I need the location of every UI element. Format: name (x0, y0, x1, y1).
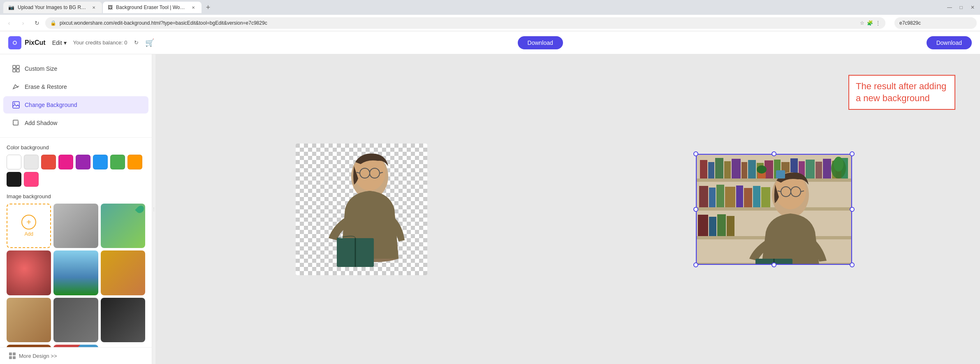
edit-menu-button[interactable]: Edit ▾ (52, 39, 67, 46)
svg-rect-6 (16, 69, 19, 72)
credits-balance: Your credits balance: 0 (73, 39, 127, 46)
more-icon[interactable]: ⋮ (876, 20, 880, 26)
close-button[interactable]: ✕ (968, 5, 977, 10)
address-bar[interactable]: 🔒 pixcut.wondershare.com/edit-background… (45, 17, 885, 29)
sidebar-item-erase-restore[interactable]: Erase & Restore (3, 78, 148, 95)
bg-thumbnail-3[interactable] (7, 250, 51, 295)
erase-restore-label: Erase & Restore (25, 83, 67, 90)
add-background-button[interactable]: + Add (7, 204, 51, 248)
bg-thumbnail-1[interactable] (53, 204, 98, 248)
svg-rect-35 (715, 158, 723, 179)
svg-rect-3 (13, 65, 16, 68)
bg-thumb-img-7 (53, 298, 98, 342)
color-swatch-green[interactable] (110, 155, 125, 169)
color-swatch-purple[interactable] (76, 155, 90, 169)
bg-thumbnail-5[interactable] (101, 250, 145, 295)
color-swatch-hot-pink[interactable] (24, 172, 39, 187)
reload-button[interactable]: ↻ (31, 17, 43, 29)
extensions-icon[interactable]: 🧩 (867, 20, 873, 26)
bg-thumb-img-4 (53, 250, 98, 295)
svg-rect-37 (732, 159, 741, 179)
tab-bar: 📷 Upload Your Images to BG Rem... ✕ 🖼 Ba… (0, 0, 980, 15)
color-swatch-light-gray[interactable] (24, 155, 39, 169)
window-controls: — □ ✕ (945, 5, 977, 10)
forward-button[interactable]: › (17, 17, 29, 29)
more-design-button[interactable]: More Design >> (0, 347, 152, 364)
change-bg-label: Change Background (25, 102, 77, 108)
svg-rect-33 (700, 160, 707, 179)
svg-rect-46 (806, 160, 815, 179)
bg-thumbnail-2[interactable] (101, 204, 145, 248)
more-design-label: More Design >> (19, 353, 57, 359)
color-swatch-orange[interactable] (127, 155, 142, 169)
result-image-svg (696, 154, 852, 265)
main-area: Custom Size Erase & Restore (0, 54, 980, 364)
svg-point-8 (14, 102, 15, 104)
selection-handle-ml[interactable] (693, 207, 698, 212)
result-image-canvas[interactable] (696, 154, 852, 265)
image-bg-grid: + Add (7, 204, 145, 347)
bg-thumbnail-4[interactable] (53, 250, 98, 295)
tab-1-favicon: 📷 (8, 5, 14, 10)
download-button-header-2[interactable]: Download (927, 36, 972, 49)
svg-rect-69 (709, 217, 716, 236)
bg-thumbnail-10[interactable] (53, 345, 98, 347)
download-button-header[interactable]: Download (518, 36, 563, 49)
maximize-button[interactable]: □ (957, 5, 965, 10)
address-text: pixcut.wondershare.com/edit-background.h… (60, 20, 267, 26)
address-bar-icons: ☆ 🧩 ⋮ (860, 20, 880, 26)
svg-rect-77 (776, 170, 785, 179)
app-header: PixCut Edit ▾ Your credits balance: 0 ↻ … (0, 31, 980, 54)
original-canvas-panel (155, 54, 568, 364)
svg-rect-52 (709, 188, 716, 207)
svg-rect-51 (699, 186, 708, 207)
canvas-area: The result after adding a new background (155, 54, 980, 364)
tab-1[interactable]: 📷 Upload Your Images to BG Rem... ✕ (3, 2, 102, 13)
custom-size-icon (12, 64, 21, 73)
color-swatch-pink[interactable] (58, 155, 73, 169)
tab-1-title: Upload Your Images to BG Rem... (18, 5, 87, 10)
annotation-text: The result after adding a new background (856, 81, 946, 103)
new-tab-button[interactable]: + (202, 2, 214, 13)
svg-rect-13 (9, 356, 12, 359)
address-bar-2[interactable]: e7c9829c (894, 17, 977, 29)
bg-thumbnail-7[interactable] (53, 298, 98, 342)
add-plus-icon: + (21, 215, 36, 230)
color-swatch-blue[interactable] (93, 155, 108, 169)
svg-rect-39 (748, 160, 756, 179)
refresh-icon[interactable]: ↻ (134, 39, 139, 46)
svg-rect-47 (816, 162, 822, 179)
sidebar-panel: Color background Image background (0, 138, 152, 347)
app-container: PixCut Edit ▾ Your credits balance: 0 ↻ … (0, 31, 980, 364)
minimize-button[interactable]: — (945, 5, 954, 10)
bg-thumbnail-9[interactable] (7, 345, 51, 347)
color-swatch-white[interactable] (7, 155, 21, 169)
tab-1-close[interactable]: ✕ (90, 4, 97, 11)
sidebar-resize-handle[interactable]: ⋮ (152, 54, 155, 364)
color-swatch-black[interactable] (7, 172, 21, 187)
selection-handle-br[interactable] (850, 262, 855, 267)
bg-thumbnail-6[interactable] (7, 298, 51, 342)
bookmark-icon[interactable]: ☆ (860, 20, 864, 26)
bg-thumb-img-6 (7, 298, 51, 342)
tab-2-close[interactable]: ✕ (190, 4, 197, 11)
tab-2[interactable]: 🖼 Background Eraser Tool | Wond... ✕ (103, 2, 202, 13)
selection-handle-tr[interactable] (850, 151, 855, 156)
shop-icon[interactable]: 🛒 (145, 38, 154, 47)
selection-handle-bl[interactable] (693, 262, 698, 267)
back-button[interactable]: ‹ (3, 17, 15, 29)
sidebar-item-add-shadow[interactable]: Add Shadow (3, 114, 148, 132)
nav-bar: ‹ › ↻ 🔒 pixcut.wondershare.com/edit-back… (0, 15, 980, 31)
selection-handle-bm[interactable] (771, 262, 776, 267)
selection-handle-mr[interactable] (850, 207, 855, 212)
bg-thumb-img-10 (53, 345, 98, 347)
sidebar-item-change-bg[interactable]: Change Background (3, 96, 148, 114)
color-swatch-red[interactable] (41, 155, 56, 169)
left-sidebar: Custom Size Erase & Restore (0, 54, 152, 364)
bg-thumbnail-8[interactable] (101, 298, 145, 342)
sidebar-item-custom-size[interactable]: Custom Size (3, 60, 148, 77)
svg-point-2 (14, 42, 16, 44)
bg-thumb-img-1 (53, 204, 98, 248)
selection-handle-tl[interactable] (693, 151, 698, 156)
selection-handle-tm[interactable] (771, 151, 776, 156)
